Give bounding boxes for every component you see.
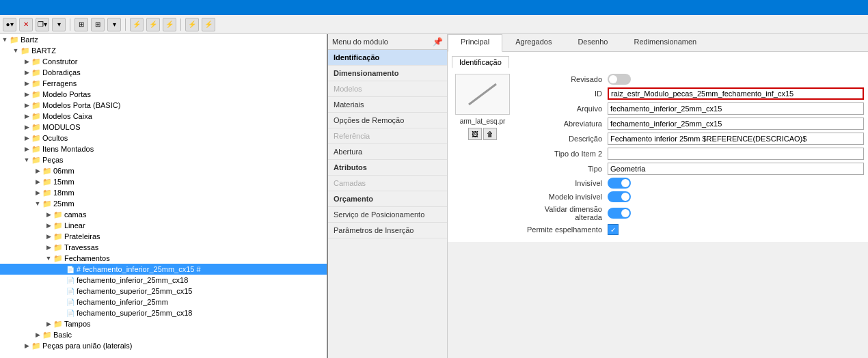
checkbox-permite[interactable] [608, 224, 619, 235]
toolbar-btn-1[interactable]: ●▾ [3, 18, 16, 31]
folder-icon: 📁 [31, 111, 41, 121]
tree-item-fech_inf_25mm[interactable]: 📄fechamento_inferior_25mm [0, 297, 327, 307]
tree-expander[interactable]: ▶ [22, 341, 31, 350]
tree-item-modelo_portas[interactable]: ▶📁Modelo Portas [0, 89, 327, 100]
tree-expander[interactable]: ▶ [44, 243, 53, 252]
menu-item-identificação[interactable]: Identificação [328, 50, 447, 66]
tree-item-fech_inf_cx18[interactable]: 📄fechamento_inferior_25mm_cx18 [0, 275, 327, 286]
toolbar-btn-arrow2[interactable]: ▾ [107, 18, 121, 31]
tree-expander[interactable]: ▼ [33, 199, 42, 208]
tree-expander[interactable]: ▼ [44, 253, 53, 263]
tree-expander[interactable]: ▶ [33, 188, 42, 197]
toolbar-btn-grid[interactable]: ⊞ [74, 18, 88, 31]
toolbar-btn-bolt1[interactable]: ⚡ [130, 18, 144, 31]
menu-item-abertura[interactable]: Abertura [328, 144, 447, 160]
folder-icon: 📁 [42, 188, 52, 197]
tree-item-basic[interactable]: ▶📁Basic [0, 329, 327, 340]
tree-expander[interactable]: ▶ [22, 90, 31, 99]
tab-desenho[interactable]: Desenho [565, 34, 621, 51]
tree-item-ocultos[interactable]: ▶📁Ocultos [0, 133, 327, 143]
menu-item-opções-de-remoção[interactable]: Opções de Remoção [328, 113, 447, 128]
tree-expander[interactable]: ▶ [33, 166, 42, 176]
tree-expander[interactable]: ▶ [22, 133, 31, 143]
toolbar-btn-copy[interactable]: ❐▾ [36, 18, 49, 31]
tree-item-bartz_upper[interactable]: ▼📁BARTZ [0, 45, 327, 56]
toolbar-btn-extra2[interactable]: ⚡ [202, 18, 215, 31]
tree-item-modelos_porta_basic[interactable]: ▶📁Modelos Porta (BASIC) [0, 100, 327, 111]
tree-expander[interactable]: ▶ [22, 79, 31, 88]
tree-item-18mm[interactable]: ▶📁18mm [0, 187, 327, 198]
tree-expander[interactable]: ▶ [22, 111, 31, 121]
tree-expander[interactable]: ▶ [22, 144, 31, 154]
tree-item-modulos[interactable]: ▶📁MODULOS [0, 122, 327, 133]
toolbar-btn-bolt3[interactable]: ⚡ [163, 18, 176, 31]
input-tipo-item2[interactable] [608, 148, 864, 160]
tab-agregados[interactable]: Agregados [502, 34, 565, 51]
tree-label: Modelo Portas [42, 90, 91, 98]
menu-item-materiais[interactable]: Materiais [328, 97, 447, 113]
tree-expander[interactable]: ▼ [11, 46, 21, 55]
tab-identificacao[interactable]: Identificação [452, 56, 509, 68]
menu-item-orçamento[interactable]: Orçamento [328, 191, 447, 207]
input-tipo[interactable] [608, 163, 864, 175]
input-arquivo[interactable] [608, 102, 864, 115]
icon-btn-2[interactable]: 🗑 [483, 128, 497, 140]
toggle-modelo-invisivel[interactable] [608, 191, 631, 202]
menu-item-dimensionamento[interactable]: Dimensionamento [328, 66, 447, 81]
tree-item-06mm[interactable]: ▶📁06mm [0, 165, 327, 176]
tree-label: 15mm [53, 178, 74, 186]
input-id[interactable] [608, 87, 864, 100]
toolbar-btn-grid2[interactable]: ⊞ [91, 18, 105, 31]
tree-expander[interactable]: ▶ [44, 232, 53, 241]
tree-item-fech_inf_cx15_sel[interactable]: 📄# fechamento_inferior_25mm_cx15 # [0, 264, 327, 275]
tree-expander[interactable]: ▶ [33, 177, 42, 187]
pin-icon[interactable]: 📌 [433, 37, 443, 46]
tab-redimensionamen[interactable]: Redimensionamen [621, 34, 709, 51]
menu-item-atributos[interactable]: Atributos [328, 160, 447, 176]
icon-btn-1[interactable]: 🖼 [468, 128, 482, 140]
input-descricao[interactable] [608, 133, 864, 145]
tree-item-dobradicas[interactable]: ▶📁Dobradiças [0, 67, 327, 78]
toggle-validar[interactable] [608, 208, 631, 219]
tree-expander[interactable]: ▼ [22, 155, 31, 165]
tree-expander[interactable]: ▶ [44, 221, 53, 230]
tree-expander[interactable]: ▶ [22, 100, 31, 110]
tab-principal[interactable]: Principal [448, 34, 502, 52]
tree-item-15mm[interactable]: ▶📁15mm [0, 176, 327, 187]
toggle-invisivel[interactable] [608, 178, 631, 189]
toolbar-btn-close[interactable]: ✕ [19, 18, 33, 31]
tree-expander[interactable]: ▶ [22, 122, 31, 132]
input-abreviatura[interactable] [608, 118, 864, 130]
tree-item-linear[interactable]: ▶📁Linear [0, 220, 327, 231]
toolbar-btn-bolt2[interactable]: ⚡ [146, 18, 160, 31]
tree-expander[interactable]: ▼ [0, 35, 10, 44]
menu-item-parâmetros-de-inserção[interactable]: Parâmetros de Inserção [328, 223, 447, 238]
tree-expander[interactable]: ▶ [44, 319, 53, 329]
tree-item-fech_sup_cx15[interactable]: 📄fechamento_superior_25mm_cx15 [0, 286, 327, 297]
tree-expander[interactable]: ▶ [22, 68, 31, 77]
tree-item-travessas[interactable]: ▶📁Travessas [0, 242, 327, 253]
tree-item-prateleiras[interactable]: ▶📁Prateleiras [0, 231, 327, 242]
tree-item-bartz_root[interactable]: ▼📁Bartz [0, 34, 327, 45]
tree-item-25mm[interactable]: ▼📁25mm [0, 198, 327, 209]
tree-item-camas[interactable]: ▶📁camas [0, 209, 327, 220]
tree-item-fechamentos[interactable]: ▼📁Fechamentos [0, 253, 327, 264]
tree-item-fech_sup_cx18[interactable]: 📄fechamento_superior_25mm_cx18 [0, 307, 327, 318]
tree-item-ferragens[interactable]: ▶📁Ferragens [0, 78, 327, 89]
tree-item-pecas[interactable]: ▼📁Peças [0, 154, 327, 165]
tree-item-modelos_caixa[interactable]: ▶📁Modelos Caixa [0, 111, 327, 122]
toggle-revisado[interactable] [608, 74, 631, 85]
toolbar-btn-arrow[interactable]: ▾ [52, 18, 66, 31]
tree-expander[interactable]: ▶ [22, 57, 31, 66]
tree-expander[interactable]: ▶ [44, 210, 53, 219]
tree-item-tampos[interactable]: ▶📁Tampos [0, 318, 327, 329]
tree-item-itens_montados[interactable]: ▶📁Itens Montados [0, 143, 327, 154]
tree-item-construtor[interactable]: ▶📁Construtor [0, 56, 327, 67]
folder-icon: 📁 [31, 341, 41, 350]
tree-expander[interactable]: ▶ [33, 330, 42, 340]
toolbar-btn-extra[interactable]: ⚡ [185, 18, 199, 31]
tree-item-pecas_uniao[interactable]: ▶📁Peças para união (laterais) [0, 340, 327, 351]
menu-item-serviço-de-posicionamento[interactable]: Serviço de Posicionamento [328, 207, 447, 223]
toggle-revisado-switch[interactable] [608, 74, 631, 85]
toggle-revisado-knob [609, 75, 617, 83]
